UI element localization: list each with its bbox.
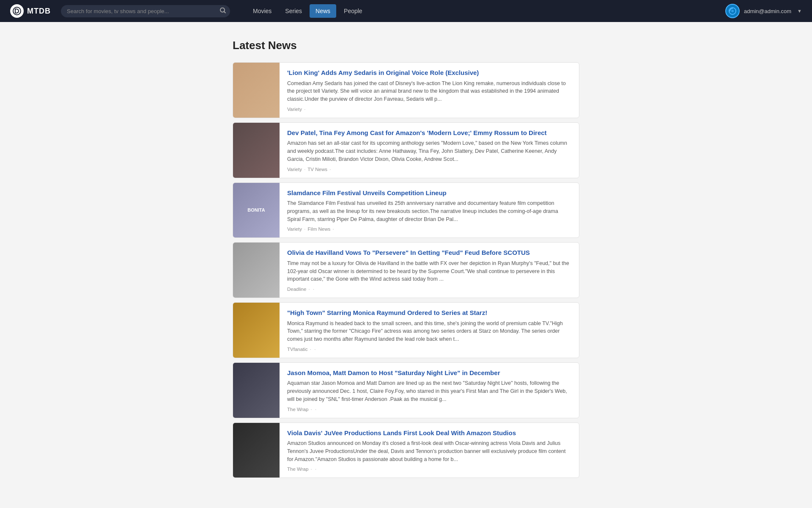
news-source: Deadline · · — [287, 287, 571, 292]
news-body: Slamdance Film Festival Unveils Competit… — [280, 183, 579, 238]
news-title: Slamdance Film Festival Unveils Competit… — [287, 189, 571, 197]
user-section: admin@admin.com ▼ — [725, 4, 802, 18]
svg-point-4 — [731, 10, 734, 12]
news-card[interactable]: Olivia de Havilland Vows To "Persevere" … — [233, 242, 579, 298]
news-thumbnail: BONITA — [233, 183, 280, 238]
nav-series[interactable]: Series — [279, 4, 308, 18]
news-body: "High Town" Starring Monica Raymund Orde… — [280, 303, 579, 358]
news-body: Dev Patel, Tina Fey Among Cast for Amazo… — [280, 123, 579, 178]
news-excerpt: Comedian Amy Sedaris has joined the cast… — [287, 80, 571, 103]
news-card[interactable]: Dev Patel, Tina Fey Among Cast for Amazo… — [233, 122, 579, 178]
news-card[interactable]: Viola Davis' JuVee Productions Lands Fir… — [233, 422, 579, 478]
svg-line-2 — [224, 12, 225, 13]
news-title: "High Town" Starring Monica Raymund Orde… — [287, 309, 571, 317]
news-title: Jason Momoa, Matt Damon to Host "Saturda… — [287, 369, 571, 377]
news-body: Olivia de Havilland Vows To "Persevere" … — [280, 243, 579, 298]
nav-movies[interactable]: Movies — [247, 4, 277, 18]
news-source: TVfanatic · · — [287, 347, 571, 352]
news-source: The Wrap · · — [287, 407, 571, 412]
main-content: Latest News 'Lion King' Adds Amy Sedaris… — [224, 22, 588, 495]
news-thumbnail — [233, 63, 280, 118]
news-source: Variety · Film News · — [287, 226, 571, 232]
user-email: admin@admin.com — [744, 8, 791, 14]
news-title: 'Lion King' Adds Amy Sedaris in Original… — [287, 69, 571, 77]
news-list: 'Lion King' Adds Amy Sedaris in Original… — [233, 62, 579, 478]
news-excerpt: Time may not be a luxury for Olivia de H… — [287, 260, 571, 283]
navbar: MTDB Movies Series News People admin@adm… — [0, 0, 812, 22]
news-card[interactable]: Jason Momoa, Matt Damon to Host "Saturda… — [233, 362, 579, 418]
news-title: Dev Patel, Tina Fey Among Cast for Amazo… — [287, 129, 571, 137]
page-title: Latest News — [233, 39, 579, 52]
news-thumbnail — [233, 303, 280, 358]
news-thumbnail — [233, 243, 280, 298]
news-thumbnail — [233, 363, 280, 418]
news-source: Variety · — [287, 107, 571, 112]
news-excerpt: Amazon has set an all-star cast for its … — [287, 139, 571, 163]
search-input[interactable] — [61, 5, 230, 17]
news-body: Viola Davis' JuVee Productions Lands Fir… — [280, 423, 579, 478]
search-bar — [61, 5, 230, 17]
news-excerpt: Amazon Studios announced on Monday it's … — [287, 439, 571, 463]
logo-icon — [10, 4, 24, 18]
news-excerpt: The Slamdance Film Festival has unveiled… — [287, 199, 571, 223]
news-thumbnail — [233, 423, 280, 478]
logo[interactable]: MTDB — [10, 4, 51, 18]
news-excerpt: Aquaman star Jason Momoa and Matt Damon … — [287, 379, 571, 403]
chevron-down-icon: ▼ — [797, 8, 802, 14]
logo-text: MTDB — [27, 7, 51, 16]
nav-people[interactable]: People — [338, 4, 368, 18]
nav-news[interactable]: News — [310, 4, 336, 18]
news-source: The Wrap · · — [287, 467, 571, 472]
search-button[interactable] — [220, 8, 226, 15]
news-title: Olivia de Havilland Vows To "Persevere" … — [287, 248, 571, 257]
news-body: Jason Momoa, Matt Damon to Host "Saturda… — [280, 363, 579, 418]
news-thumbnail — [233, 123, 280, 178]
user-avatar — [725, 4, 740, 18]
news-excerpt: Monica Raymund is headed back to the sma… — [287, 320, 571, 343]
news-body: 'Lion King' Adds Amy Sedaris in Original… — [280, 63, 579, 118]
news-card[interactable]: 'Lion King' Adds Amy Sedaris in Original… — [233, 62, 579, 118]
svg-point-0 — [13, 7, 21, 15]
nav-links: Movies Series News People — [247, 4, 725, 18]
news-card[interactable]: "High Town" Starring Monica Raymund Orde… — [233, 302, 579, 358]
news-card[interactable]: BONITA Slamdance Film Festival Unveils C… — [233, 182, 579, 238]
news-title: Viola Davis' JuVee Productions Lands Fir… — [287, 429, 571, 437]
news-source: Variety · TV News · — [287, 167, 571, 172]
